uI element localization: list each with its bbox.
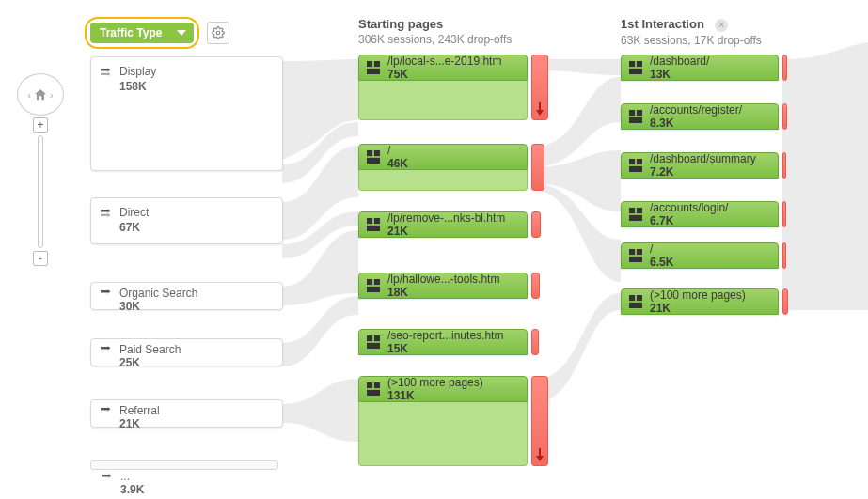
svg-rect-11 xyxy=(374,279,380,285)
zoom-out-button[interactable]: - xyxy=(33,251,48,266)
source-node-referral[interactable]: Referral 21K xyxy=(90,399,283,428)
node-label: ... xyxy=(120,470,130,483)
zoom-slider[interactable] xyxy=(38,135,43,248)
svg-rect-5 xyxy=(374,150,380,156)
node-label: /lp/hallowe...-tools.htm xyxy=(387,273,517,286)
node-count: 6.5K xyxy=(650,256,768,269)
node-label: Organic Search xyxy=(119,287,197,300)
interaction-node-dashboard[interactable]: /dashboard/ 13K xyxy=(621,55,779,81)
svg-rect-31 xyxy=(629,249,635,255)
svg-rect-2 xyxy=(374,61,380,67)
zoom-in-button[interactable]: + xyxy=(33,117,48,133)
dropoff-arrow-icon xyxy=(535,102,544,116)
through-icon xyxy=(101,67,114,76)
svg-rect-12 xyxy=(367,287,380,292)
svg-rect-21 xyxy=(629,69,642,74)
nav-right-icon[interactable]: › xyxy=(50,89,54,101)
page-icon xyxy=(629,159,642,172)
node-count: 25K xyxy=(119,356,273,369)
page-icon xyxy=(367,150,380,164)
nav-left-icon[interactable]: ‹ xyxy=(27,89,31,101)
node-count: 8.3K xyxy=(650,117,768,130)
node-count: 158K xyxy=(119,80,271,93)
page-icon xyxy=(367,335,380,349)
svg-rect-19 xyxy=(629,61,635,67)
svg-rect-1 xyxy=(367,61,372,67)
node-count: 18K xyxy=(387,286,517,299)
page-icon xyxy=(367,382,380,396)
column-subtitle: 306K sessions, 243K drop-offs xyxy=(358,33,512,46)
node-count: 21K xyxy=(650,302,768,315)
node-label: Referral xyxy=(119,404,160,417)
interaction-node-more[interactable]: (>100 more pages) 21K xyxy=(621,288,779,315)
svg-rect-36 xyxy=(629,303,642,308)
svg-rect-8 xyxy=(374,218,380,224)
page-node-remove[interactable]: /lp/remove-...nks-bl.htm 21K xyxy=(358,211,528,238)
through-icon xyxy=(101,406,114,415)
svg-rect-26 xyxy=(637,159,642,164)
settings-button[interactable] xyxy=(207,22,229,44)
svg-rect-29 xyxy=(637,208,642,213)
page-node-halloween[interactable]: /lp/hallowe...-tools.htm 18K xyxy=(358,273,528,299)
node-label: Display xyxy=(119,65,156,78)
svg-rect-32 xyxy=(637,249,642,255)
node-label: (>100 more pages) xyxy=(387,376,517,389)
svg-rect-24 xyxy=(629,117,642,123)
svg-rect-13 xyxy=(367,335,372,341)
page-icon xyxy=(629,61,642,74)
home-control[interactable]: ‹ › xyxy=(17,73,64,116)
page-node-lp-local[interactable]: /lp/local-s...e-2019.htm 75K xyxy=(358,55,528,120)
column-title: Starting pages xyxy=(358,17,512,31)
svg-rect-35 xyxy=(637,295,642,301)
traffic-type-dropdown[interactable]: Traffic Type xyxy=(85,17,199,49)
svg-rect-7 xyxy=(367,218,372,224)
svg-point-0 xyxy=(217,31,221,35)
gear-icon xyxy=(212,26,225,39)
page-node-more[interactable]: (>100 more pages) 131K xyxy=(358,376,528,466)
zoom-control: + - xyxy=(33,117,48,263)
dropoff-indicator xyxy=(531,376,548,466)
svg-rect-34 xyxy=(629,295,635,301)
svg-rect-23 xyxy=(637,110,642,116)
interaction-node-register[interactable]: /accounts/register/ 8.3K xyxy=(621,103,779,130)
node-count: 67K xyxy=(119,221,271,234)
svg-rect-15 xyxy=(367,343,380,349)
node-label: /lp/remove-...nks-bl.htm xyxy=(387,211,517,225)
node-count: 21K xyxy=(119,417,273,430)
source-node-direct[interactable]: Direct 67K xyxy=(90,197,283,244)
source-node-organic[interactable]: Organic Search 30K xyxy=(90,282,283,310)
page-node-seo-report[interactable]: /seo-report...inutes.htm 15K xyxy=(358,329,528,355)
node-count: 7.2K xyxy=(650,165,768,179)
node-count: 13K xyxy=(650,68,768,81)
column-header-starting: Starting pages 306K sessions, 243K drop-… xyxy=(358,17,512,46)
page-node-root[interactable]: / 46K xyxy=(358,144,528,191)
page-icon xyxy=(629,208,642,221)
page-icon xyxy=(629,295,642,308)
node-count: 75K xyxy=(387,68,517,81)
svg-rect-28 xyxy=(629,208,635,213)
svg-rect-10 xyxy=(367,279,372,285)
close-column-button[interactable]: ✕ xyxy=(715,19,728,32)
dropoff-indicator xyxy=(531,273,540,299)
node-count: 30K xyxy=(119,300,273,313)
node-count: 15K xyxy=(387,342,517,355)
node-label: (>100 more pages) xyxy=(650,288,768,302)
dropoff-indicator xyxy=(531,144,544,191)
dropdown-label: Traffic Type xyxy=(100,26,162,39)
svg-rect-25 xyxy=(629,159,635,164)
column-header-first: 1st Interaction ✕ 63K sessions, 17K drop… xyxy=(621,17,762,47)
interaction-node-root[interactable]: / 6.5K xyxy=(621,242,779,269)
svg-rect-9 xyxy=(367,226,380,231)
node-label: /accounts/register/ xyxy=(650,103,768,117)
dropoff-indicator xyxy=(531,55,548,120)
source-node-paid[interactable]: Paid Search 25K xyxy=(90,338,283,366)
interaction-node-summary[interactable]: /dashboard/summary 7.2K xyxy=(621,152,779,179)
source-node-display[interactable]: Display 158K xyxy=(90,56,283,171)
interaction-node-login[interactable]: /accounts/login/ 6.7K xyxy=(621,201,779,227)
source-node-other[interactable] xyxy=(90,460,278,470)
svg-rect-30 xyxy=(629,215,642,221)
through-icon xyxy=(101,345,114,354)
through-icon xyxy=(101,208,114,217)
node-label: /seo-report...inutes.htm xyxy=(387,329,517,342)
dropoff-indicator xyxy=(782,55,787,81)
